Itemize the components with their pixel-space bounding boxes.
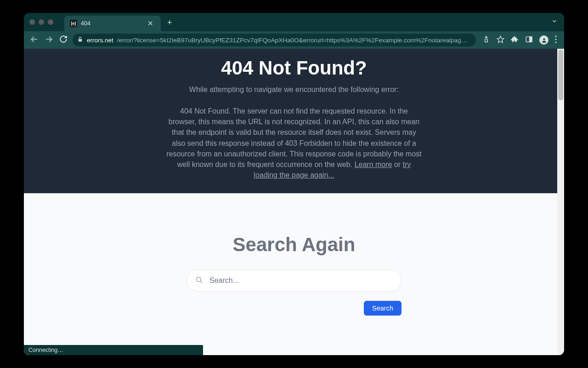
toolbar-actions xyxy=(480,35,560,45)
search-button[interactable]: Search xyxy=(364,301,401,316)
share-icon[interactable] xyxy=(482,35,490,45)
new-tab-button[interactable]: + xyxy=(167,18,172,28)
error-body-text: 404 Not Found. The server can not find t… xyxy=(166,107,422,168)
error-body: 404 Not Found. The server can not find t… xyxy=(165,106,423,180)
error-or-text: or xyxy=(394,161,403,168)
extensions-icon[interactable] xyxy=(511,35,519,45)
scrollbar-thumb[interactable] xyxy=(558,50,563,100)
tab-favicon-icon: [e] xyxy=(70,20,77,27)
kebab-menu-icon[interactable] xyxy=(555,35,557,45)
svg-rect-6 xyxy=(530,36,532,41)
window-controls xyxy=(29,19,53,25)
status-bar: Connecting… xyxy=(24,345,203,355)
error-banner: 404 Not Found? While attempting to navig… xyxy=(24,49,564,193)
svg-line-12 xyxy=(200,281,202,283)
svg-marker-3 xyxy=(497,36,503,42)
lock-icon xyxy=(77,36,83,44)
error-subtitle: While attempting to navigate we encounte… xyxy=(42,86,546,94)
svg-point-11 xyxy=(196,277,201,282)
toolbar: errors.net /error/?license=5kI2IeB97uBry… xyxy=(24,31,564,49)
back-button[interactable] xyxy=(28,35,40,46)
minimize-window-button[interactable] xyxy=(39,19,44,25)
close-window-button[interactable] xyxy=(29,19,35,25)
titlebar: [e] 404 ✕ + xyxy=(24,13,564,31)
forward-button[interactable] xyxy=(43,35,54,46)
tab-title: 404 xyxy=(81,20,142,27)
search-input[interactable] xyxy=(209,276,393,285)
page-content: 404 Not Found? While attempting to navig… xyxy=(24,49,564,355)
maximize-window-button[interactable] xyxy=(48,19,53,25)
bookmark-star-icon[interactable] xyxy=(497,35,504,45)
learn-more-link[interactable]: Learn more xyxy=(355,161,392,168)
url-path: /error/?license=5kI2IeB97uBryUBcyPfEZ31Z… xyxy=(117,37,467,44)
address-bar[interactable]: errors.net /error/?license=5kI2IeB97uBry… xyxy=(73,34,476,46)
url-domain: errors.net xyxy=(87,37,113,44)
search-field-container xyxy=(187,270,401,292)
svg-point-9 xyxy=(555,38,556,40)
svg-point-7 xyxy=(543,38,545,40)
search-heading: Search Again xyxy=(42,234,546,256)
side-panel-icon[interactable] xyxy=(525,35,533,45)
browser-window: [e] 404 ✕ + errors.net /error/?license=5… xyxy=(24,13,564,355)
search-icon xyxy=(195,276,203,286)
reload-button[interactable] xyxy=(58,35,69,45)
browser-tab[interactable]: [e] 404 ✕ xyxy=(64,16,161,31)
tab-close-icon[interactable]: ✕ xyxy=(146,19,155,28)
search-section: Search Again Search xyxy=(24,193,564,355)
svg-point-10 xyxy=(555,41,556,43)
profile-avatar-icon[interactable] xyxy=(539,35,548,45)
svg-point-8 xyxy=(555,35,556,37)
svg-rect-2 xyxy=(79,39,82,41)
scrollbar-track[interactable] xyxy=(557,49,564,355)
error-title: 404 Not Found? xyxy=(42,57,546,79)
search-button-row: Search xyxy=(187,301,401,316)
tab-list-chevron-icon[interactable] xyxy=(551,18,558,26)
